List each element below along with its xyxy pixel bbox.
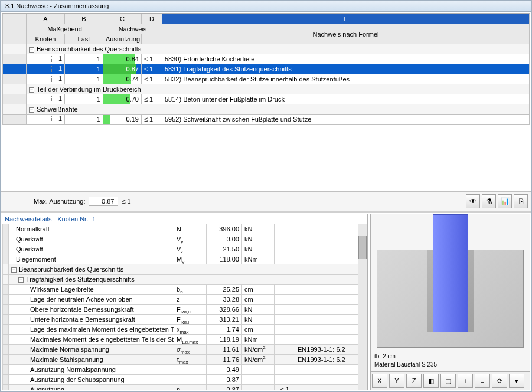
- group-label: Teil der Verbindung im Druckbereich: [37, 86, 141, 93]
- max-util-value: 0.87: [89, 197, 118, 206]
- cell-last: 1: [65, 64, 103, 74]
- detail-row[interactable]: Ausnutzung Normalspannung0.49: [3, 365, 367, 375]
- detail-label: Maximales Moment des eingebetteten Teils…: [9, 335, 174, 345]
- detail-symbol: FRd,u: [174, 305, 207, 315]
- detail-unit: [242, 365, 275, 375]
- detail-row[interactable]: QuerkraftVy0.00kN: [3, 234, 367, 244]
- hdr-ausnutzung[interactable]: Ausnutzung: [103, 34, 142, 44]
- cell-util: 0.19: [103, 115, 142, 125]
- detail-label: Ausnutzung Normalspannung: [9, 365, 174, 375]
- detail-row[interactable]: BiegemomentMy118.00kNm: [3, 254, 367, 264]
- grid-row[interactable]: 110.70≤ 15814) Beton unter der Fußplatte…: [3, 94, 530, 104]
- scrollbar[interactable]: [358, 224, 367, 390]
- detail-le: [275, 315, 295, 325]
- viewport-column: tb=2 cm Material Baustahl S 235 XYZ◧▢⟂≡⟳…: [370, 214, 530, 390]
- axis-z-icon[interactable]: Z: [406, 374, 422, 388]
- detail-ref: [295, 365, 367, 375]
- cell-last: 1: [65, 74, 103, 84]
- detail-row[interactable]: QuerkraftVz21.50kN: [3, 244, 367, 254]
- details-panel: Nachweisdetails - Knoten Nr. -1 Normalkr…: [2, 214, 368, 390]
- col-E[interactable]: E: [162, 14, 530, 24]
- 3d-viewport[interactable]: tb=2 cm Material Baustahl S 235: [370, 214, 530, 372]
- grid-row[interactable]: 110.84≤ 15830) Erforderliche Köchertiefe: [3, 54, 530, 64]
- eye-icon[interactable]: 👁: [466, 194, 480, 208]
- detail-symbol: Vz: [174, 244, 207, 254]
- detail-row[interactable]: Maximales Moment des eingebetteten Teils…: [3, 335, 367, 345]
- detail-symbol: τmax: [174, 355, 207, 365]
- detail-label: Normalkraft: [9, 224, 174, 234]
- detail-row[interactable]: Maximale Normalspannungσmax11.61kN/cm2EN…: [3, 345, 367, 355]
- detail-row[interactable]: Ausnutzung der Schubspannung0.87: [3, 375, 367, 385]
- detail-value: 118.19: [207, 335, 242, 345]
- tree-toggle[interactable]: −: [29, 47, 34, 53]
- detail-ref: [295, 375, 367, 385]
- details-scroll[interactable]: NormalkraftN-396.00kNQuerkraftVy0.00kNQu…: [2, 224, 367, 390]
- detail-unit: kN: [242, 315, 275, 325]
- layers-icon[interactable]: ≡: [475, 374, 490, 388]
- detail-label: Querkraft: [9, 234, 174, 244]
- axis-y-icon[interactable]: Y: [389, 374, 404, 388]
- detail-row[interactable]: −Beanspruchbarkeit des Querschnitts: [3, 264, 367, 275]
- dim-icon[interactable]: ⟂: [458, 374, 473, 388]
- cell-le: ≤ 1: [142, 74, 162, 84]
- col-D[interactable]: D: [142, 14, 162, 24]
- dropdown-icon[interactable]: ▾: [509, 374, 524, 388]
- detail-row[interactable]: NormalkraftN-396.00kN: [3, 224, 367, 234]
- cell-util: 0.84: [103, 54, 142, 64]
- detail-row[interactable]: Ausnutzungη0.87≤ 1: [3, 385, 367, 390]
- cell-knoten: 1: [27, 115, 65, 125]
- detail-row[interactable]: Wirksame Lagerbreitebn25.25cm: [3, 285, 367, 295]
- col-B[interactable]: B: [65, 14, 103, 24]
- detail-row[interactable]: Lage der neutralen Achse von obenz33.28c…: [3, 295, 367, 305]
- cube-icon[interactable]: ▢: [440, 374, 456, 388]
- upper-pane: A B C D E Maßgebend Nachweis Nachweis na…: [1, 12, 531, 213]
- export-icon[interactable]: ⎘: [514, 194, 528, 208]
- detail-row[interactable]: Untere horizontale BemessungskraftFRd,l3…: [3, 315, 367, 325]
- detail-group-label: Tragfähigkeit des Stützenquerschnitts: [26, 276, 135, 283]
- detail-value: 25.25: [207, 285, 242, 295]
- cell-le: ≤ 1: [142, 94, 162, 104]
- max-util-label: Max. Ausnutzung:: [34, 198, 85, 205]
- detail-label: Querkraft: [9, 244, 174, 254]
- hdr-last[interactable]: Last: [65, 34, 103, 44]
- tree-toggle[interactable]: −: [29, 107, 34, 113]
- grid-row[interactable]: 110.87≤ 15831) Tragfähigkeit des Stützen…: [3, 64, 530, 74]
- hdr-knoten[interactable]: Knoten: [27, 34, 65, 44]
- grid-row[interactable]: 110.19≤ 15952) Schweißnaht zwischen Fußp…: [3, 115, 530, 125]
- col-stub: [3, 14, 27, 24]
- rotate-icon[interactable]: ⟳: [492, 374, 507, 388]
- detail-row[interactable]: Obere horizontale BemessungskraftFRd,u32…: [3, 305, 367, 315]
- col-A[interactable]: A: [27, 14, 65, 24]
- detail-le: [275, 325, 295, 335]
- chart-icon[interactable]: 📊: [498, 194, 512, 208]
- col-C[interactable]: C: [103, 14, 142, 24]
- axis-x-icon[interactable]: X: [372, 374, 387, 388]
- detail-row[interactable]: −Tragfähigkeit des Stützenquerschnitts: [3, 275, 367, 285]
- detail-le: [275, 355, 295, 365]
- detail-row[interactable]: Lage des maximalen Moment des eingebette…: [3, 325, 367, 335]
- view-iso-icon[interactable]: ◧: [423, 374, 439, 388]
- tree-toggle[interactable]: −: [11, 267, 17, 273]
- results-grid[interactable]: A B C D E Maßgebend Nachweis Nachweis na…: [2, 13, 530, 190]
- filter-icon[interactable]: ⚗: [482, 194, 496, 208]
- cell-util: 0.74: [103, 74, 142, 84]
- detail-ref: [295, 244, 367, 254]
- grid-row[interactable]: 110.74≤ 15832) Beanspruchbarkeit der Stü…: [3, 74, 530, 84]
- tree-toggle[interactable]: −: [29, 87, 34, 93]
- steel-column: [433, 214, 468, 332]
- detail-unit: [242, 375, 275, 385]
- detail-value: 11.61: [207, 345, 242, 355]
- detail-unit: kN: [242, 305, 275, 315]
- detail-le: [275, 254, 295, 264]
- footer-bar: Max. Ausnutzung: 0.87 ≤ 1 👁⚗📊⎘: [1, 191, 531, 211]
- detail-ref: [295, 295, 367, 305]
- tree-toggle[interactable]: −: [18, 277, 24, 283]
- viewport-label-material: Material Baustahl S 235: [374, 361, 437, 368]
- detail-row[interactable]: Maximale Stahlspannungτmax11.76kN/cm2EN1…: [3, 355, 367, 365]
- detail-ref: [295, 385, 367, 390]
- detail-group-label: Beanspruchbarkeit des Querschnitts: [19, 266, 123, 273]
- detail-ref: [295, 315, 367, 325]
- cell-last: 1: [65, 54, 103, 64]
- cell-util: 0.70: [103, 94, 142, 104]
- detail-value: -396.00: [207, 224, 242, 234]
